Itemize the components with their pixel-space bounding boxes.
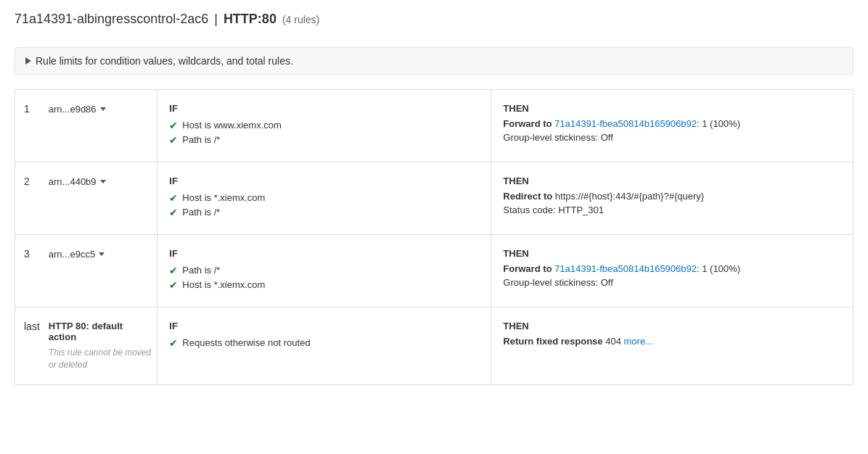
condition-item: ✔Host is www.xiemx.com (169, 120, 479, 131)
condition-text: Path is /* (182, 134, 220, 145)
then-action: Forward to 71a14391-fbea50814b165906b92:… (503, 263, 841, 274)
checkmark-icon: ✔ (169, 192, 178, 204)
then-action: Redirect to https://#{host}:443/#{path}?… (503, 191, 841, 202)
table-row: lastHTTP 80: default actionThis rule can… (15, 308, 853, 384)
rule-then-cell: THENForward to 71a14391-fbea50814b165906… (491, 90, 853, 162)
condition-item: ✔Host is *.xiemx.com (169, 192, 479, 204)
then-action: Return fixed response 404 more... (503, 336, 841, 347)
condition-item: ✔Requests otherwise not routed (169, 337, 479, 349)
info-banner[interactable]: Rule limits for condition values, wildca… (15, 47, 853, 75)
rules-table-wrapper: 1arn...e9d86 IF✔Host is www.xiemx.com✔Pa… (15, 89, 853, 385)
condition-text: Requests otherwise not routed (182, 337, 310, 348)
info-banner-toggle[interactable]: Rule limits for condition values, wildca… (25, 55, 293, 67)
rule-number-cell: 2 (15, 162, 49, 235)
table-row: 3arn...e9cc5 IF✔Path is /*✔Host is *.xie… (15, 235, 853, 308)
then-label: THEN (503, 176, 841, 186)
default-rule-note: This rule cannot be moved or deleted (49, 347, 152, 371)
rule-then-cell: THENForward to 71a14391-fbea50814b165906… (491, 235, 853, 308)
rule-arn-cell: arn...e9cc5 (49, 235, 157, 308)
then-label: THEN (503, 248, 841, 259)
checkmark-icon: ✔ (169, 207, 178, 218)
header-divider: | (214, 12, 218, 27)
rules-table: 1arn...e9d86 IF✔Host is www.xiemx.com✔Pa… (15, 90, 853, 384)
condition-text: Path is /* (182, 207, 220, 218)
condition-item: ✔Path is /* (169, 134, 479, 146)
then-target-suffix: : 1 (100%) (697, 263, 740, 274)
table-row: 2arn...440b9 IF✔Host is *.xiemx.com✔Path… (15, 162, 853, 235)
condition-text: Path is /* (182, 265, 220, 276)
rule-if-cell: IF✔Path is /*✔Host is *.xiemx.com (157, 235, 491, 308)
info-banner-text: Rule limits for condition values, wildca… (36, 55, 293, 67)
condition-item: ✔Path is /* (169, 265, 479, 276)
then-target-text: 404 (605, 336, 621, 347)
default-rule-label: HTTP 80: default action (49, 321, 152, 342)
then-target-suffix: : 1 (100%) (697, 118, 740, 129)
then-more-link[interactable]: more... (624, 336, 653, 347)
rule-number-cell: 3 (15, 235, 49, 308)
header-count: (4 rules) (282, 14, 319, 25)
page-container: 71a14391-albingresscontrol-2ac6 | HTTP:8… (0, 0, 868, 397)
triangle-icon (25, 57, 31, 65)
rule-then-cell: THENRedirect to https://#{host}:443/#{pa… (491, 162, 853, 235)
rule-arn-cell: HTTP 80: default actionThis rule cannot … (49, 308, 157, 384)
checkmark-icon: ✔ (169, 279, 178, 291)
condition-item: ✔Host is *.xiemx.com (169, 279, 479, 291)
header-protocol: HTTP:80 (224, 12, 277, 27)
then-action: Forward to 71a14391-fbea50814b165906b92:… (503, 118, 841, 129)
if-label: IF (169, 248, 479, 259)
chevron-down-icon (100, 107, 106, 111)
chevron-down-icon (99, 252, 105, 256)
rule-if-cell: IF✔Requests otherwise not routed (157, 308, 491, 384)
then-label: THEN (503, 321, 841, 331)
checkmark-icon: ✔ (169, 337, 178, 349)
then-label: THEN (503, 103, 841, 114)
rule-number-cell: 1 (15, 90, 49, 162)
arn-badge[interactable]: arn...440b9 (49, 176, 106, 187)
then-detail: Group-level stickiness: Off (503, 277, 841, 288)
rule-arn-cell: arn...e9d86 (49, 90, 157, 162)
if-label: IF (169, 103, 479, 114)
arn-badge[interactable]: arn...e9d86 (49, 104, 106, 115)
checkmark-icon: ✔ (169, 120, 178, 131)
rule-arn-cell: arn...440b9 (49, 162, 157, 235)
condition-item: ✔Path is /* (169, 207, 479, 218)
if-label: IF (169, 321, 479, 331)
rule-if-cell: IF✔Host is www.xiemx.com✔Path is /* (157, 90, 491, 162)
condition-text: Host is *.xiemx.com (182, 192, 265, 203)
arn-badge[interactable]: arn...e9cc5 (49, 249, 105, 260)
checkmark-icon: ✔ (169, 265, 178, 276)
then-detail: Status code: HTTP_301 (503, 205, 841, 215)
if-label: IF (169, 176, 479, 186)
chevron-down-icon (100, 180, 106, 183)
then-target-link[interactable]: 71a14391-fbea50814b165906b92 (554, 118, 697, 129)
condition-text: Host is *.xiemx.com (182, 279, 265, 290)
then-target-link[interactable]: 71a14391-fbea50814b165906b92 (554, 263, 697, 274)
checkmark-icon: ✔ (169, 134, 178, 146)
then-target-text: https://#{host}:443/#{path}?#{query} (555, 191, 704, 202)
condition-text: Host is www.xiemx.com (182, 120, 282, 131)
rule-number-cell: last (15, 308, 49, 384)
table-row: 1arn...e9d86 IF✔Host is www.xiemx.com✔Pa… (15, 90, 853, 162)
page-header: 71a14391-albingresscontrol-2ac6 | HTTP:8… (15, 12, 853, 36)
then-detail: Group-level stickiness: Off (503, 132, 841, 143)
rule-if-cell: IF✔Host is *.xiemx.com✔Path is /* (157, 162, 491, 235)
listener-name: 71a14391-albingresscontrol-2ac6 (15, 12, 208, 27)
rule-then-cell: THENReturn fixed response 404 more... (491, 308, 853, 384)
